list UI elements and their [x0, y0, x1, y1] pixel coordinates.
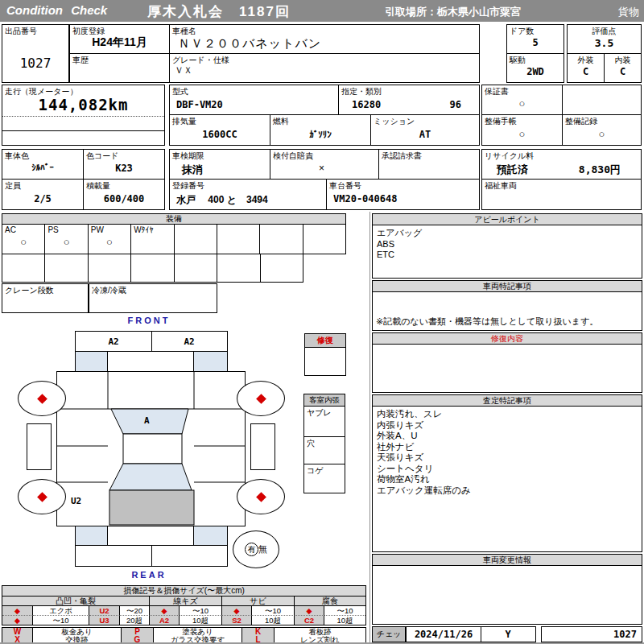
score-box: 評価点 3.5: [567, 24, 642, 54]
equipment-row-1: AC ○ PS ○ PW ○ Wﾀｲﾔ: [2, 224, 346, 254]
roof-shape: [123, 434, 182, 464]
damage-mark-front-bumper-left: A2: [76, 336, 151, 347]
type-class-label: 指定・類別: [341, 86, 382, 97]
wheel-rear-left: [18, 479, 66, 514]
cabin-lining-burn-label: コゲ: [307, 465, 323, 477]
cabin-lining-tear-cell: ヤブレ: [304, 407, 345, 436]
insurance-label: 検付自賠責: [273, 151, 313, 162]
fuel-value: ｶﾞｿﾘﾝ: [270, 130, 370, 139]
exterior-grade-value: C: [568, 66, 604, 77]
maintenance-record-label: 整備記録: [565, 116, 597, 127]
car-body-drawing: [57, 372, 245, 526]
vehicle-notes-panel: 車両特記事項 ※記載のない書類・機器等は無しとして取り扱います。: [372, 280, 642, 331]
legend-code-letter: K: [242, 628, 275, 636]
equipment-wtire-label: Wﾀｲﾔ: [134, 225, 153, 234]
cabin-lining-box: 客室内張 ヤブレ 穴 コゲ: [303, 394, 345, 493]
legend-cell: エクボ: [33, 606, 89, 616]
assessment-notes-title: 査定特記事項: [373, 395, 642, 407]
text-line: 荷物室A汚れ: [377, 474, 638, 485]
legend-cell: U2: [89, 606, 120, 616]
equipment-cell-empty: [131, 254, 174, 282]
equipment-cell-empty: [2, 254, 45, 282]
front-bumper: A2 A2: [75, 331, 228, 352]
category-label: 貨物: [618, 5, 639, 19]
check-code-value: Y: [481, 629, 535, 640]
vehicle-notes-text: ※記載のない書類・機器等は無しとして取り扱います。: [376, 316, 598, 328]
inspection-value: 抹消: [182, 163, 203, 177]
check-label-cell: チェック: [372, 626, 406, 642]
maintenance-book-mark: ○: [482, 128, 562, 140]
presence-ellipse: 有 無: [233, 530, 279, 568]
legend-table: ◆ エクボ U2 〜20 ◆ 〜10 ◆ 〜10 ◆ 〜10 ◆ 〜10 U3 …: [2, 605, 366, 625]
warranty-mark: ○: [482, 97, 562, 109]
legend-group-corrosion: 腐食: [295, 597, 365, 605]
drive-label: 駆動: [510, 55, 526, 66]
recycle-fee-value: 8,830円: [579, 163, 621, 177]
legend-group-scratch: 線キズ: [150, 597, 222, 605]
lot-number-label: 出品番号: [5, 26, 37, 37]
presence-yes-circled: 有: [245, 543, 258, 556]
pickup-location: 引取場所：栃木県小山市粟宮: [385, 5, 521, 19]
legend-cell: A2: [150, 616, 180, 625]
text-line: シートヘタリ: [377, 464, 638, 475]
equipment-cell-ps: PS ○: [45, 225, 88, 254]
model-name-value: ＮＶ２００バネットバン: [178, 36, 321, 52]
rear-pillar-right: [193, 526, 228, 546]
legend-cell: C2: [295, 616, 324, 625]
mileage-value: 144,082km: [2, 96, 164, 114]
change-info-title: 車両変更情報: [373, 555, 642, 566]
warranty-empty-box: [562, 85, 642, 115]
load-capacity-label: 積載量: [86, 180, 110, 192]
auction-title: 厚木入札会 1187回: [147, 2, 291, 21]
body-color-value: ｼﾙﾊﾞｰ: [2, 163, 83, 172]
fuel-box: 燃料 ｶﾞｿﾘﾝ: [270, 114, 371, 146]
maintenance-record-box: 整備記録 ○: [562, 114, 642, 146]
model-code-value: DBF-VM20: [176, 99, 223, 110]
text-line: 内装汚れ、スレ: [377, 409, 638, 420]
type-class-box: 指定・類別 16280 96: [338, 85, 480, 115]
legend-group-rust: サビ: [222, 597, 295, 605]
side-step-right: [250, 423, 275, 470]
displacement-label: 排気量: [172, 116, 196, 127]
legend-title: 損傷記号＆損傷サイズ(〜最大cm): [2, 585, 366, 597]
legend-cell: 20超: [120, 616, 150, 625]
doors-box: ドア数 5: [506, 24, 564, 54]
grade-box: グレード・仕様 ＶＸ: [169, 53, 480, 83]
damage-diamond-icon: [37, 492, 47, 502]
cabin-lining-title: 客室内張: [304, 394, 345, 407]
repair-flag-title: 修復: [305, 334, 345, 348]
recycle-fee-box: リサイクル料 預託済 8,830円: [481, 149, 642, 180]
text-line: エアバッグ: [377, 228, 638, 239]
windshield-shape: [111, 409, 188, 434]
legend-code-desc: 塗装あり: [154, 628, 242, 636]
legend-cell: ◆: [295, 606, 324, 616]
transmission-value: AT: [371, 129, 479, 140]
history-label: 車歴: [72, 55, 89, 66]
equipment-ac-label: AC: [5, 225, 16, 234]
legend-cell: 〜10: [252, 606, 295, 616]
body-color-box: 車体色 ｼﾙﾊﾞｰ: [2, 149, 84, 180]
recycle-status-value: 預託済: [497, 163, 528, 177]
first-registration-value: H24年11月: [70, 35, 169, 50]
score-value: 3.5: [568, 37, 641, 49]
text-line: 天張りキズ: [377, 452, 638, 464]
approval-request-box: 承認請求書: [378, 149, 480, 180]
cabin-lining-burn-cell: コゲ: [304, 464, 345, 494]
crane-label: クレーン段数: [5, 285, 54, 296]
appeal-points-list: エアバッグABSETC: [373, 225, 642, 263]
inspection-box: 車検期限 抹消: [169, 149, 270, 180]
equipment-cell-empty: [217, 254, 260, 282]
legend-cell: 10超: [324, 616, 365, 625]
presence-no: 無: [258, 543, 267, 555]
rear-panel-center: [107, 526, 194, 546]
front-pillar-right: [193, 351, 228, 372]
legend-cell: U3: [89, 616, 120, 625]
text-line: 外装A、U: [377, 431, 638, 442]
insurance-box: 検付自賠責 ×: [270, 149, 379, 180]
appeal-points-panel: アピールポイント エアバッグABSETC: [372, 213, 642, 279]
model-code-box: 型式 DBF-VM20: [169, 85, 339, 115]
drive-box: 駆動 2WD: [506, 53, 564, 83]
damage-mark-rear-left-panel: U2: [71, 496, 81, 506]
type-number-value: 16280: [352, 99, 381, 110]
damage-mark-windshield: A: [144, 415, 150, 426]
